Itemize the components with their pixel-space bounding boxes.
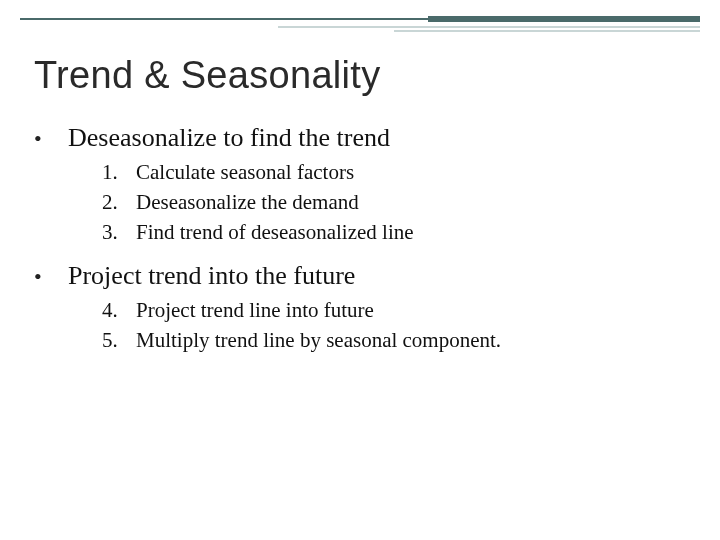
bullet-text: Deseasonalize to find the trend [68, 122, 390, 154]
slide: Trend & Seasonality • Deseasonalize to f… [0, 0, 720, 540]
list-number: 2. [102, 188, 136, 216]
rule-line [428, 20, 700, 22]
bullet-marker-icon: • [34, 263, 68, 291]
decorative-top-border [20, 14, 700, 32]
list-text: Calculate seasonal factors [136, 158, 354, 186]
list-number: 4. [102, 296, 136, 324]
slide-body: • Deseasonalize to find the trend 1. Cal… [34, 116, 686, 368]
bullet-text: Project trend into the future [68, 260, 355, 292]
list-text: Find trend of deseasonalized line [136, 218, 414, 246]
list-item: 3. Find trend of deseasonalized line [102, 218, 686, 246]
bullet: • Deseasonalize to find the trend [34, 122, 686, 154]
list-item: 4. Project trend line into future [102, 296, 686, 324]
numbered-list: 4. Project trend line into future 5. Mul… [102, 296, 686, 354]
list-text: Deseasonalize the demand [136, 188, 359, 216]
bullet-marker-icon: • [34, 125, 68, 153]
rule-line [278, 26, 700, 28]
bullet: • Project trend into the future [34, 260, 686, 292]
list-text: Multiply trend line by seasonal componen… [136, 326, 501, 354]
list-item: 2. Deseasonalize the demand [102, 188, 686, 216]
slide-title: Trend & Seasonality [34, 54, 380, 97]
list-item: 1. Calculate seasonal factors [102, 158, 686, 186]
list-number: 1. [102, 158, 136, 186]
numbered-list: 1. Calculate seasonal factors 2. Deseaso… [102, 158, 686, 246]
rule-line [394, 30, 700, 32]
rule-line [428, 16, 700, 18]
list-item: 5. Multiply trend line by seasonal compo… [102, 326, 686, 354]
list-number: 3. [102, 218, 136, 246]
list-text: Project trend line into future [136, 296, 374, 324]
list-number: 5. [102, 326, 136, 354]
